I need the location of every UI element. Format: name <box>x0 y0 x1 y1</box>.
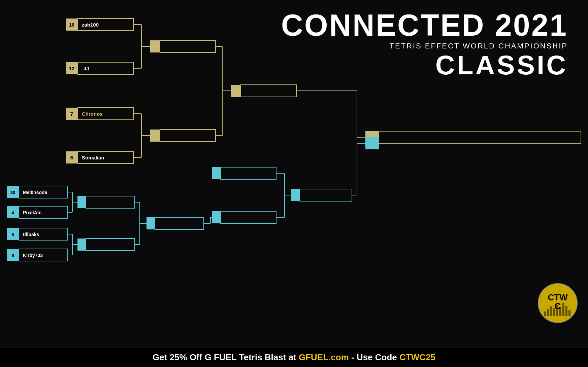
svg-text:Somalian: Somalian <box>82 155 104 160</box>
svg-rect-57 <box>19 206 68 218</box>
svg-rect-32 <box>150 40 160 52</box>
svg-rect-9 <box>562 303 564 316</box>
svg-rect-50 <box>379 131 581 143</box>
svg-rect-55 <box>7 206 19 218</box>
svg-text:5: 5 <box>11 232 14 237</box>
banner-text-2: - Use Code <box>349 352 399 363</box>
svg-rect-87 <box>212 211 221 223</box>
svg-rect-97 <box>300 189 352 201</box>
svg-rect-101 <box>365 137 379 149</box>
svg-text:Kirby703: Kirby703 <box>23 253 43 258</box>
svg-text:7: 7 <box>70 111 73 117</box>
svg-text:zab100: zab100 <box>82 22 99 28</box>
svg-rect-14 <box>78 19 133 31</box>
svg-text:6: 6 <box>70 155 73 160</box>
svg-text:PixelAtc: PixelAtc <box>23 210 41 215</box>
svg-rect-33 <box>160 40 216 52</box>
banner-text-1: Get 25% Off G FUEL Tetris Blast at <box>153 352 299 363</box>
svg-rect-26 <box>78 151 133 163</box>
svg-text:tillbaks: tillbaks <box>23 232 39 237</box>
svg-rect-53 <box>19 186 68 198</box>
svg-text:9: 9 <box>11 253 14 258</box>
svg-rect-49 <box>365 131 379 143</box>
svg-rect-22 <box>78 108 133 120</box>
banner-code: CTWC25 <box>399 352 435 363</box>
svg-rect-44 <box>231 85 241 97</box>
title-classic: CLASSIC <box>281 50 568 80</box>
ctwc-logo: CTW C <box>537 283 578 323</box>
svg-text:-JJ: -JJ <box>82 66 89 71</box>
title-connected: CONNECTED 2021 <box>281 10 568 40</box>
svg-rect-11 <box>568 310 570 316</box>
svg-rect-84 <box>155 217 204 229</box>
title-subtitle: TETRIS EFFECT WORLD CHAMPIONSHIP <box>281 42 568 50</box>
svg-rect-8 <box>559 307 561 316</box>
svg-text:Chronos: Chronos <box>82 111 103 117</box>
svg-rect-45 <box>241 85 296 97</box>
svg-rect-88 <box>221 211 276 223</box>
svg-rect-86 <box>221 167 276 179</box>
svg-rect-51 <box>7 186 19 198</box>
svg-rect-96 <box>291 189 300 201</box>
svg-rect-59 <box>7 228 19 240</box>
svg-rect-78 <box>86 238 135 251</box>
svg-text:12: 12 <box>69 66 75 71</box>
svg-rect-63 <box>7 249 19 261</box>
svg-rect-5 <box>550 306 552 316</box>
svg-text:16: 16 <box>69 22 75 28</box>
svg-rect-4 <box>547 309 549 316</box>
svg-rect-77 <box>77 238 86 251</box>
title-area: CONNECTED 2021 TETRIS EFFECT WORLD CHAMP… <box>281 10 568 80</box>
svg-rect-65 <box>19 249 68 261</box>
svg-rect-71 <box>77 196 86 208</box>
svg-rect-72 <box>86 196 135 208</box>
svg-rect-12 <box>66 19 78 31</box>
main-area: CONNECTED 2021 TETRIS EFFECT WORLD CHAMP… <box>0 0 588 347</box>
svg-rect-16 <box>66 62 78 74</box>
svg-text:Mel0nsoda: Mel0nsoda <box>23 190 47 195</box>
svg-rect-83 <box>146 217 155 229</box>
svg-text:4: 4 <box>11 210 14 215</box>
svg-rect-3 <box>544 311 546 316</box>
svg-rect-38 <box>150 130 160 142</box>
svg-rect-6 <box>553 308 555 316</box>
svg-rect-24 <box>66 151 78 163</box>
banner-gfuel-url: GFUEL.com <box>299 352 349 363</box>
svg-rect-39 <box>160 130 216 142</box>
bottom-banner: Get 25% Off G FUEL Tetris Blast at GFUEL… <box>0 347 588 367</box>
svg-rect-10 <box>565 306 567 316</box>
svg-rect-61 <box>19 228 68 240</box>
svg-rect-18 <box>78 62 133 74</box>
svg-rect-20 <box>66 108 78 120</box>
svg-rect-85 <box>212 167 221 179</box>
svg-text:30: 30 <box>10 190 15 195</box>
svg-rect-7 <box>556 305 558 316</box>
